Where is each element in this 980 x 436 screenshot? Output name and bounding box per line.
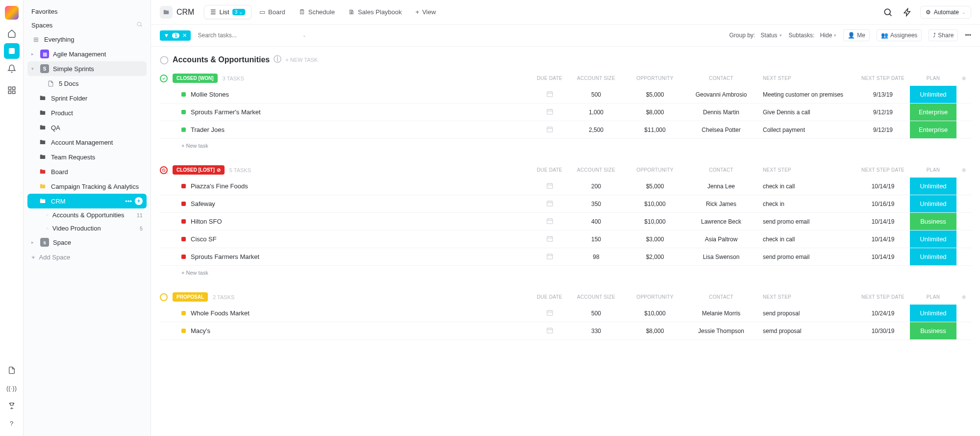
cell-next-step-date[interactable]: 9/12/19 <box>856 109 910 116</box>
info-icon[interactable]: ⓘ <box>274 54 281 65</box>
task-name[interactable]: Sprouts Farmers Market <box>191 253 259 260</box>
task-name[interactable]: Mollie Stones <box>191 91 229 98</box>
cell-contact[interactable]: Geovanni Ambrosio <box>684 91 758 98</box>
col-next-step-date[interactable]: NEXT STEP DATE <box>856 76 910 81</box>
col-next-step[interactable]: NEXT STEP <box>758 76 856 81</box>
sidebar-product[interactable]: Product <box>27 105 147 120</box>
cell-due-date[interactable] <box>532 182 567 191</box>
tab-list[interactable]: ☰ List 3 ⌄ <box>204 5 251 19</box>
status-dot[interactable] <box>181 110 186 114</box>
sidebar-team-requests[interactable]: Team Requests <box>27 150 147 164</box>
task-name[interactable]: Cisco SF <box>191 235 217 243</box>
rail-notifications[interactable] <box>4 61 20 77</box>
sidebar-sprint-folder[interactable]: Sprint Folder <box>27 91 147 105</box>
cell-opportunity[interactable]: $3,000 <box>626 236 684 243</box>
col-contact[interactable]: CONTACT <box>684 294 758 300</box>
search-tasks[interactable] <box>198 32 296 39</box>
cell-plan[interactable]: Unlimited <box>910 248 956 265</box>
status-dot[interactable] <box>181 255 186 259</box>
sidebar-crm[interactable]: CRM ••• + <box>27 194 147 208</box>
status-dot[interactable] <box>181 237 186 241</box>
task-row[interactable]: Whole Foods Market500$10,000Melanie Morr… <box>160 305 971 322</box>
cell-contact[interactable]: Asia Paltrow <box>684 236 758 243</box>
cell-next-step[interactable]: send promo email <box>758 218 856 225</box>
spaces-header[interactable]: Spaces <box>27 18 147 32</box>
new-task-button[interactable]: + New task <box>160 266 971 276</box>
favorites-header[interactable]: Favorites <box>27 5 147 18</box>
task-row[interactable]: Piazza's Fine Foods200$5,000Jenna Leeche… <box>160 178 971 195</box>
cell-account-size[interactable]: 2,500 <box>567 127 626 133</box>
col-opportunity[interactable]: OPPORTUNITY <box>626 167 684 173</box>
cell-opportunity[interactable]: $5,000 <box>626 183 684 190</box>
col-contact[interactable]: CONTACT <box>684 76 758 81</box>
cell-contact[interactable]: Lisa Swenson <box>684 254 758 260</box>
status-dot[interactable] <box>181 329 186 333</box>
status-dot[interactable] <box>181 92 186 97</box>
me-button[interactable]: 👤Me <box>843 29 870 41</box>
add-column-button[interactable]: ⊕ <box>956 167 971 173</box>
col-plan[interactable]: PLAN <box>910 294 956 300</box>
breadcrumb[interactable]: CRM <box>160 6 194 19</box>
col-opportunity[interactable]: OPPORTUNITY <box>626 294 684 300</box>
rail-tasks[interactable] <box>4 43 20 59</box>
cell-next-step[interactable]: check in call <box>758 183 856 190</box>
search-button[interactable] <box>881 5 895 19</box>
tab-schedule[interactable]: 🗓Schedule <box>293 5 341 19</box>
status-dot[interactable] <box>181 219 186 224</box>
col-account-size[interactable]: ACCOUNT SIZE <box>567 167 626 173</box>
cell-next-step-date[interactable]: 10/16/19 <box>856 201 910 207</box>
col-due-date[interactable]: DUE DATE <box>532 167 567 173</box>
cell-plan[interactable]: Enterprise <box>910 121 956 138</box>
cell-contact[interactable]: Rick James <box>684 201 758 207</box>
col-next-step-date[interactable]: NEXT STEP DATE <box>856 167 910 173</box>
col-next-step-date[interactable]: NEXT STEP DATE <box>856 294 910 300</box>
cell-next-step-date[interactable]: 10/24/19 <box>856 310 910 317</box>
task-row[interactable]: Sprouts Farmers Market98$2,000Lisa Swens… <box>160 248 971 266</box>
task-row[interactable]: Safeway350$10,000Rick Jamescheck in10/16… <box>160 195 971 213</box>
cell-next-step[interactable]: check in <box>758 201 856 207</box>
cell-next-step[interactable]: send promo email <box>758 254 856 260</box>
cell-plan[interactable]: Unlimited <box>910 86 956 103</box>
cell-next-step-date[interactable]: 10/14/19 <box>856 218 910 225</box>
col-due-date[interactable]: DUE DATE <box>532 294 567 300</box>
filter-chip[interactable]: ▼ 1 ✕ <box>160 30 191 41</box>
col-opportunity[interactable]: OPPORTUNITY <box>626 76 684 81</box>
task-row[interactable]: Macy's330$8,000Jessie Thompsonsemd propo… <box>160 322 971 340</box>
task-name[interactable]: Sprouts Farmer's Market <box>191 108 261 116</box>
cell-next-step[interactable]: Give Dennis a call <box>758 109 856 116</box>
status-chip[interactable]: PROPOSAL <box>173 292 208 302</box>
more-icon[interactable]: ••• <box>125 198 132 205</box>
cell-plan[interactable]: Unlimited <box>910 195 956 212</box>
cell-due-date[interactable] <box>532 253 567 261</box>
sidebar-campaign[interactable]: Campaign Tracking & Analytics <box>27 179 147 194</box>
col-account-size[interactable]: ACCOUNT SIZE <box>567 294 626 300</box>
close-icon[interactable]: ✕ <box>182 32 187 39</box>
add-icon[interactable]: + <box>135 197 143 205</box>
status-toggle[interactable] <box>160 293 168 301</box>
sidebar-qa[interactable]: QA <box>27 120 147 135</box>
cell-opportunity[interactable]: $10,000 <box>626 310 684 317</box>
sidebar-simple-sprints[interactable]: ▾ S Simple Sprints <box>27 61 147 76</box>
col-next-step[interactable]: NEXT STEP <box>758 167 856 173</box>
cell-opportunity[interactable]: $11,000 <box>626 127 684 133</box>
tab-sales-playbook[interactable]: 🗎Sales Playbook <box>343 5 408 19</box>
cell-due-date[interactable] <box>532 108 567 117</box>
cell-contact[interactable]: Jessie Thompson <box>684 328 758 334</box>
share-button[interactable]: ⤴Share <box>929 29 958 41</box>
sidebar-docs[interactable]: 5 Docs <box>27 76 147 91</box>
cell-contact[interactable]: Lawrence Beck <box>684 218 758 225</box>
sidebar-accounts-opportunities[interactable]: ○ Accounts & Opportunities 11 <box>27 208 147 222</box>
rail-help[interactable]: ? <box>4 415 20 431</box>
cell-plan[interactable]: Unlimited <box>910 231 956 248</box>
col-plan[interactable]: PLAN <box>910 167 956 173</box>
search-input[interactable] <box>198 32 296 39</box>
app-logo[interactable] <box>5 6 19 20</box>
assignees-button[interactable]: 👥Assignees <box>877 29 922 41</box>
sidebar-account-management[interactable]: Account Management <box>27 135 147 150</box>
add-column-button[interactable]: ⊕ <box>956 76 971 81</box>
cell-next-step-date[interactable]: 10/14/19 <box>856 183 910 190</box>
cell-account-size[interactable]: 330 <box>567 328 626 334</box>
task-name[interactable]: Whole Foods Market <box>191 309 250 317</box>
automate-button[interactable]: ⚙ Automate ⌄ <box>920 6 971 19</box>
bolt-button[interactable] <box>901 5 914 19</box>
